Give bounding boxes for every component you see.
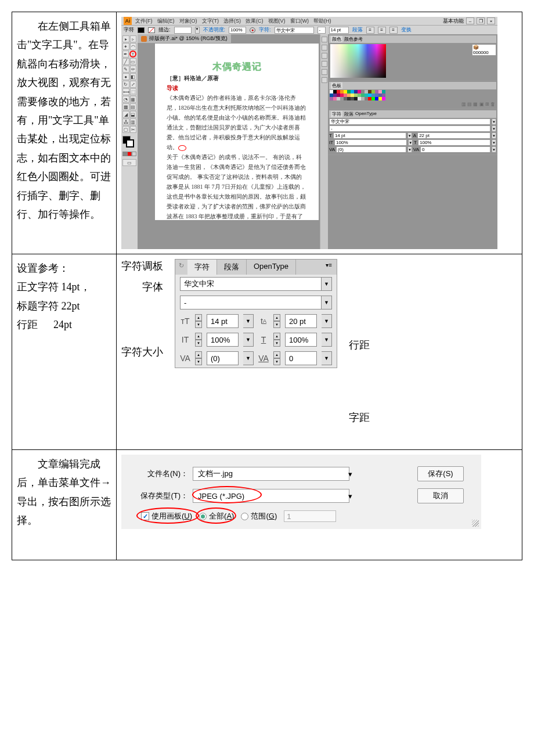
blob-tool[interactable]: ● xyxy=(122,73,129,80)
mini-kern-dd[interactable]: ▼ xyxy=(407,146,412,153)
kern-up[interactable]: ▲ xyxy=(195,351,202,358)
resize-grip[interactable] xyxy=(472,520,479,527)
scale-tool[interactable]: ⤢ xyxy=(130,81,137,88)
gradient-tool[interactable]: ▤ xyxy=(130,103,137,110)
size-down[interactable]: ▼ xyxy=(195,321,202,328)
rotate-tool[interactable]: ↻ xyxy=(122,81,129,88)
stroke-dd[interactable]: ▼ xyxy=(195,27,200,34)
kern-field[interactable]: (0) xyxy=(207,351,239,365)
align-right-icon[interactable]: ≡ xyxy=(389,27,398,34)
leading-up[interactable]: ▲ xyxy=(273,314,280,321)
workspace-label[interactable]: 基本功能 xyxy=(443,17,464,25)
menu-view[interactable]: 视图(V) xyxy=(268,17,286,25)
recolor-icon[interactable]: ● xyxy=(250,27,255,33)
minimize-button[interactable]: – xyxy=(466,17,474,24)
canvas-page[interactable]: 木偶奇遇记 ［意］科洛迪／原著 导读 《木偶奇遇记》的作者科洛迪，原名卡尔洛·洛… xyxy=(155,44,319,220)
fname-input[interactable]: 文档一.jpg xyxy=(193,467,349,481)
mini-hscale-dd[interactable]: ▼ xyxy=(492,139,496,146)
vscale-down[interactable]: ▼ xyxy=(195,340,202,347)
mini-kern[interactable]: (0) xyxy=(336,146,406,153)
type-tool[interactable]: T xyxy=(129,51,136,57)
width-tool[interactable]: ⟷ xyxy=(122,88,129,95)
screen-mode[interactable]: ▭ xyxy=(122,159,136,166)
panel-menu-icon[interactable]: ▾≡ xyxy=(321,260,337,275)
fill-swatch[interactable] xyxy=(138,27,145,33)
eyedropper-tool[interactable]: ◢ xyxy=(122,111,129,118)
font-field[interactable]: 华文中宋 xyxy=(180,277,322,291)
mini-font[interactable]: 华文中宋 xyxy=(329,118,490,125)
tab-opentype[interactable]: OpenType xyxy=(247,260,296,275)
leading-down[interactable]: ▼ xyxy=(273,321,280,328)
kern-down[interactable]: ▼ xyxy=(195,358,202,365)
save-button[interactable]: 保存(S) xyxy=(417,466,464,481)
slice-tool[interactable]: ✂ xyxy=(130,126,137,133)
menu-edit[interactable]: 编辑(E) xyxy=(157,17,175,25)
stroke-swatch[interactable] xyxy=(148,27,155,33)
size-up[interactable]: ▲ xyxy=(195,314,202,321)
mini-leading-dd[interactable]: ▼ xyxy=(492,132,496,139)
close-button[interactable]: × xyxy=(487,17,495,24)
mini-track[interactable]: 0 xyxy=(420,146,490,153)
mini-vscale[interactable]: 100% xyxy=(334,139,407,146)
vscale-dd[interactable]: ▼ xyxy=(243,333,254,347)
opt-para-label[interactable]: 段落 xyxy=(352,26,363,34)
ftype-input[interactable]: JPEG (*.JPG) xyxy=(193,489,349,503)
shape-builder[interactable]: ◔ xyxy=(122,96,129,103)
mode-normal[interactable] xyxy=(122,152,127,156)
line-tool[interactable]: ╱ xyxy=(122,58,129,65)
mini-leading[interactable]: 22 pt xyxy=(417,132,490,139)
menu-select[interactable]: 选择(S) xyxy=(223,17,241,25)
strip-icon-1[interactable] xyxy=(322,37,327,42)
cancel-button[interactable]: 取消 xyxy=(417,488,464,503)
swatches-grid[interactable] xyxy=(330,90,385,100)
tab-para[interactable]: 段落 xyxy=(217,260,247,275)
mini-track-dd[interactable]: ▼ xyxy=(492,146,496,153)
track-field[interactable]: 0 xyxy=(285,351,317,365)
use-artboard-checkbox[interactable]: ✓ xyxy=(141,512,149,520)
swatch-cell[interactable] xyxy=(382,97,385,100)
strip-icon-3[interactable] xyxy=(322,53,327,59)
opt-opacity-label[interactable]: 不透明度: xyxy=(203,26,226,34)
font-sub-dd[interactable]: ▼ xyxy=(322,296,332,309)
color-guide-tab[interactable]: 颜色参考 xyxy=(344,36,363,42)
size-field[interactable]: 14 pt xyxy=(207,314,239,328)
brush-tool[interactable]: ✎ xyxy=(122,66,129,73)
font-dd[interactable]: ▼ xyxy=(322,277,332,291)
all-radio[interactable] xyxy=(199,513,207,520)
kern-dd[interactable]: ▼ xyxy=(243,351,254,365)
mini-para-tab[interactable]: 段落 xyxy=(344,111,353,117)
ftype-dd[interactable]: ▾ xyxy=(345,489,355,503)
track-dd[interactable]: ▼ xyxy=(322,351,332,365)
mini-char-tab[interactable]: 字符 xyxy=(331,111,342,117)
track-down[interactable]: ▼ xyxy=(273,358,280,365)
mini-size[interactable]: 14 pt xyxy=(333,132,406,139)
font-sub-field[interactable]: - xyxy=(180,296,322,309)
opt-opacity-input[interactable]: 100% xyxy=(229,27,246,34)
vscale-field[interactable]: 100% xyxy=(207,333,239,347)
opt-size-field[interactable]: 14 pt xyxy=(329,27,349,34)
opt-font-field[interactable]: 华文中宋 xyxy=(275,27,314,34)
fname-dd[interactable]: ▾ xyxy=(345,467,355,481)
eraser-tool[interactable]: ◧ xyxy=(130,73,137,80)
mesh-tool[interactable]: ▩ xyxy=(122,103,129,110)
pencil-tool[interactable]: ✏ xyxy=(130,66,137,73)
track-up[interactable]: ▲ xyxy=(273,351,280,358)
menu-help[interactable]: 帮助(H) xyxy=(313,17,331,25)
hscale-field[interactable]: 100% xyxy=(285,333,317,347)
rect-tool[interactable]: ▭ xyxy=(130,58,137,65)
graph-tool[interactable]: ▥ xyxy=(130,118,137,125)
perspective-tool[interactable]: ▦ xyxy=(130,96,137,103)
pen-tool[interactable]: ✒ xyxy=(122,51,129,57)
swatch-tab[interactable]: 色板 xyxy=(331,82,342,89)
align-left-icon[interactable]: ≡ xyxy=(366,27,374,34)
range-radio[interactable] xyxy=(241,513,248,520)
mini-font-dd[interactable]: ▼ xyxy=(492,118,496,125)
hscale-dd[interactable]: ▼ xyxy=(322,333,332,347)
color-picker[interactable] xyxy=(330,44,386,78)
symbol-spray[interactable]: ⁂ xyxy=(122,118,129,125)
menu-effect[interactable]: 效果(C) xyxy=(246,17,264,25)
align-center-icon[interactable]: ≡ xyxy=(378,27,386,34)
opt-char-label[interactable]: 字符: xyxy=(259,26,271,34)
opt-transform-label[interactable]: 变换 xyxy=(401,26,412,34)
hex-field[interactable]: 📦 000000 xyxy=(472,44,496,56)
